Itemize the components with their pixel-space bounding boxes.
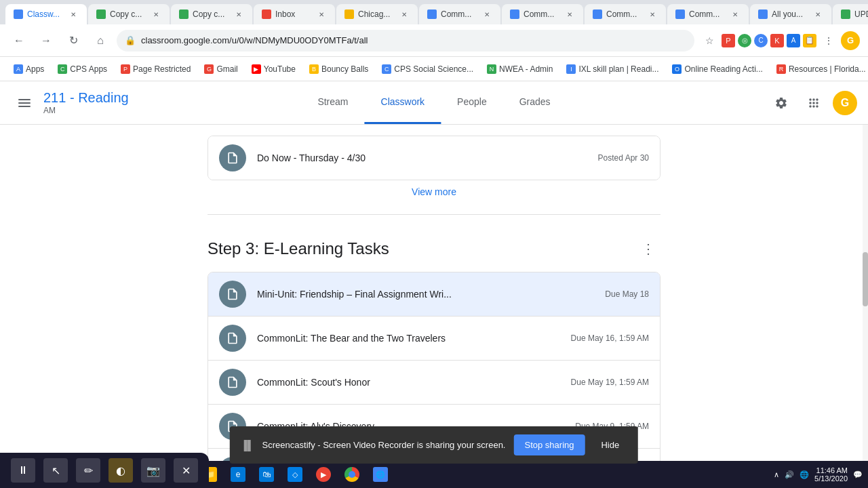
reload-button[interactable]: ↻: [62, 30, 84, 52]
hamburger-button[interactable]: [11, 89, 38, 117]
section-menu-button[interactable]: ⋮: [636, 237, 660, 261]
tab-grades[interactable]: Grades: [503, 81, 567, 124]
home-button[interactable]: ⌂: [90, 30, 111, 52]
tab-title: Comm...: [606, 9, 637, 19]
cursor-button[interactable]: ↖: [43, 458, 68, 483]
assignment-item-1[interactable]: Mini-Unit: Friendship – Final Assignment…: [208, 272, 660, 317]
tab-people[interactable]: People: [441, 81, 503, 124]
camera-button[interactable]: 📷: [141, 458, 165, 483]
user-avatar[interactable]: G: [833, 91, 857, 115]
tab-close-btn[interactable]: ✕: [68, 9, 79, 20]
scrollbar-thumb[interactable]: [863, 252, 868, 306]
taskbar-chrome[interactable]: [339, 464, 365, 485]
tab-favicon: [841, 9, 850, 19]
bookmark-youtube[interactable]: ▶ YouTube: [246, 62, 301, 77]
taskbar-store[interactable]: 🛍: [254, 464, 279, 485]
tab-11[interactable]: UPDAT... ✕: [833, 4, 868, 24]
tab-2[interactable]: Copy c... ✕: [88, 4, 170, 24]
tab-close-btn[interactable]: ✕: [316, 9, 327, 20]
tab-classwork[interactable]: Classwork: [365, 81, 441, 124]
tab-close-btn[interactable]: ✕: [481, 9, 492, 20]
ext4-icon[interactable]: K: [770, 34, 784, 47]
bookmark-favicon: R: [776, 64, 786, 74]
tab-3[interactable]: Copy c... ✕: [171, 4, 252, 24]
profile-avatar[interactable]: G: [841, 31, 860, 50]
notification-icon[interactable]: 💬: [853, 470, 863, 479]
do-now-item[interactable]: Do Now - Thursday - 4/30 Posted Apr 30: [208, 136, 660, 180]
bookmark-page-restricted[interactable]: P Page Restricted: [115, 62, 196, 77]
chrome-icon: [344, 467, 359, 482]
highlight-button[interactable]: ◐: [108, 458, 133, 483]
tab-close-btn[interactable]: ✕: [151, 9, 161, 20]
tab-8[interactable]: Comm... ✕: [585, 4, 666, 24]
menu-icon[interactable]: ⋮: [819, 31, 838, 50]
bookmark-cps-social[interactable]: C CPS Social Science...: [376, 62, 479, 77]
tab-stream[interactable]: Stream: [301, 81, 364, 124]
tab-title: Comm...: [441, 9, 471, 19]
tab-5[interactable]: Chicag... ✕: [336, 4, 418, 24]
tab-close-btn[interactable]: ✕: [564, 9, 575, 20]
ext6-icon[interactable]: 📋: [803, 34, 816, 47]
bookmark-favicon: O: [672, 64, 682, 74]
bookmark-gmail[interactable]: G Gmail: [199, 62, 243, 77]
bookmark-apps[interactable]: A Apps: [8, 62, 50, 77]
assignment-item-2[interactable]: CommonLit: The Bear and the Two Traveler…: [208, 317, 660, 361]
scrollbar-track[interactable]: [863, 125, 868, 488]
view-more-link[interactable]: View more: [401, 181, 467, 203]
tab-title: Copy c...: [193, 9, 224, 19]
ext5-icon[interactable]: A: [787, 34, 800, 47]
assignment-title-2: CommonLit: The Bear and the Two Traveler…: [257, 333, 571, 344]
tab-favicon: [427, 9, 437, 19]
taskbar-files[interactable]: 🌐: [368, 464, 393, 485]
grid-apps-button[interactable]: [800, 89, 827, 117]
hide-button[interactable]: Hide: [593, 434, 627, 455]
bookmark-nwea[interactable]: N NWEA - Admin: [481, 62, 558, 77]
extensions-icon[interactable]: P: [722, 34, 735, 47]
assignment-icon: [219, 144, 246, 171]
ext2-icon[interactable]: ◎: [738, 34, 751, 47]
tab-4[interactable]: Inbox ✕: [254, 4, 335, 24]
close-button[interactable]: ✕: [174, 458, 198, 483]
classroom-header: 211 - Reading AM Stream Classwork People…: [0, 81, 868, 125]
tab-7[interactable]: Comm... ✕: [502, 4, 583, 24]
tab-favicon: [179, 9, 189, 19]
speaker-icon[interactable]: 🔊: [785, 470, 794, 479]
bookmark-favicon: B: [309, 64, 319, 74]
back-button[interactable]: ←: [8, 30, 30, 52]
bookmark-cps-apps[interactable]: C CPS Apps: [52, 62, 113, 77]
tab-close-btn[interactable]: ✕: [730, 9, 741, 20]
tab-title: Classw...: [27, 9, 60, 19]
svg-rect-1: [18, 102, 31, 104]
tab-close-btn[interactable]: ✕: [399, 9, 410, 20]
taskbar-clock[interactable]: 11:46 AM 5/13/2020: [814, 466, 848, 483]
network-icon[interactable]: 🌐: [800, 470, 809, 479]
tab-close-btn[interactable]: ✕: [233, 9, 244, 20]
tab-classwork[interactable]: Classw... ✕: [5, 4, 87, 24]
forward-button[interactable]: →: [35, 30, 57, 52]
taskbar-screencastify[interactable]: ▶: [311, 464, 336, 485]
tab-favicon: [675, 9, 685, 19]
stop-sharing-button[interactable]: Stop sharing: [513, 434, 585, 455]
tab-10[interactable]: All you... ✕: [750, 4, 831, 24]
bookmark-label: NWEA - Admin: [499, 64, 553, 74]
bookmark-star-icon[interactable]: ☆: [700, 31, 719, 50]
taskbar-dropbox[interactable]: ◇: [282, 464, 308, 485]
browser-toolbar: ← → ↻ ⌂ 🔒 classroom.google.com/u/0/w/NDM…: [0, 24, 868, 57]
taskbar-edge[interactable]: e: [225, 464, 251, 485]
tab-9[interactable]: Comm... ✕: [667, 4, 749, 24]
settings-button[interactable]: [768, 89, 795, 117]
tray-up-arrow[interactable]: ∧: [774, 470, 779, 479]
bookmark-resources[interactable]: R Resources | Florida...: [771, 62, 868, 77]
pen-button[interactable]: ✏: [76, 458, 100, 483]
tab-close-btn[interactable]: ✕: [647, 9, 658, 20]
header-tabs: Stream Classwork People Grades: [301, 81, 566, 124]
ext3-icon[interactable]: C: [754, 34, 768, 47]
tab-close-btn[interactable]: ✕: [812, 9, 823, 20]
bookmark-online-reading[interactable]: O Online Reading Acti...: [667, 62, 768, 77]
assignment-item-3[interactable]: CommonLit: Scout's Honor Due May 19, 1:5…: [208, 361, 660, 405]
pause-button[interactable]: ⏸: [11, 458, 35, 483]
address-bar[interactable]: 🔒 classroom.google.com/u/0/w/NDMyMDU0ODY…: [117, 30, 694, 52]
tab-6[interactable]: Comm... ✕: [419, 4, 500, 24]
bookmark-ixl[interactable]: I IXL skill plan | Readi...: [561, 62, 664, 77]
bookmark-bouncy-balls[interactable]: B Bouncy Balls: [304, 62, 374, 77]
